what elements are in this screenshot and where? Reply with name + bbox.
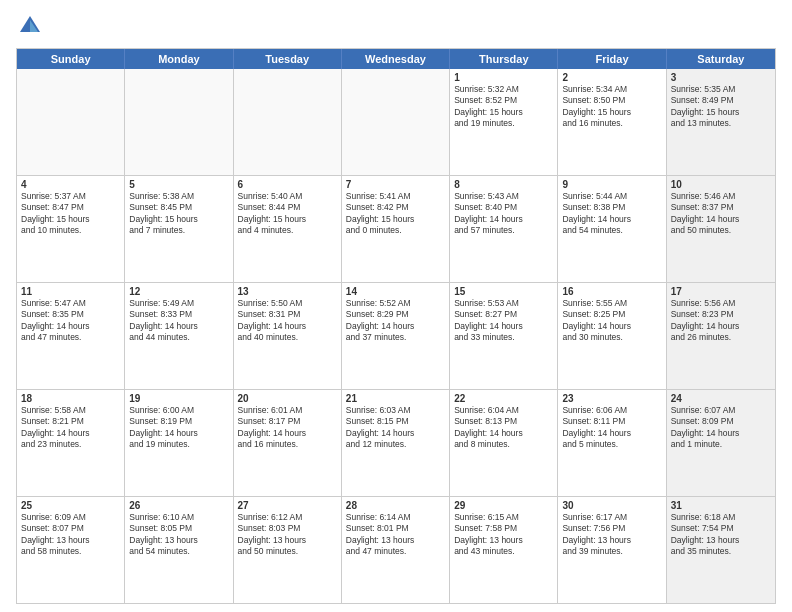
day-cell-6: 6Sunrise: 5:40 AMSunset: 8:44 PMDaylight…: [234, 176, 342, 282]
day-cell-11: 11Sunrise: 5:47 AMSunset: 8:35 PMDayligh…: [17, 283, 125, 389]
day-info: Sunrise: 6:04 AMSunset: 8:13 PMDaylight:…: [454, 405, 553, 451]
day-cell-17: 17Sunrise: 5:56 AMSunset: 8:23 PMDayligh…: [667, 283, 775, 389]
day-info: Sunrise: 5:35 AMSunset: 8:49 PMDaylight:…: [671, 84, 771, 130]
day-header-tuesday: Tuesday: [234, 49, 342, 69]
day-header-friday: Friday: [558, 49, 666, 69]
day-number: 16: [562, 286, 661, 297]
day-info: Sunrise: 6:07 AMSunset: 8:09 PMDaylight:…: [671, 405, 771, 451]
day-info: Sunrise: 6:03 AMSunset: 8:15 PMDaylight:…: [346, 405, 445, 451]
day-info: Sunrise: 5:41 AMSunset: 8:42 PMDaylight:…: [346, 191, 445, 237]
day-number: 28: [346, 500, 445, 511]
day-number: 21: [346, 393, 445, 404]
day-number: 10: [671, 179, 771, 190]
day-number: 31: [671, 500, 771, 511]
empty-cell: [17, 69, 125, 175]
day-info: Sunrise: 5:56 AMSunset: 8:23 PMDaylight:…: [671, 298, 771, 344]
day-info: Sunrise: 5:44 AMSunset: 8:38 PMDaylight:…: [562, 191, 661, 237]
day-number: 1: [454, 72, 553, 83]
day-number: 13: [238, 286, 337, 297]
day-cell-22: 22Sunrise: 6:04 AMSunset: 8:13 PMDayligh…: [450, 390, 558, 496]
day-number: 22: [454, 393, 553, 404]
day-number: 7: [346, 179, 445, 190]
day-info: Sunrise: 5:47 AMSunset: 8:35 PMDaylight:…: [21, 298, 120, 344]
day-info: Sunrise: 6:01 AMSunset: 8:17 PMDaylight:…: [238, 405, 337, 451]
page: SundayMondayTuesdayWednesdayThursdayFrid…: [0, 0, 792, 612]
day-number: 17: [671, 286, 771, 297]
day-cell-2: 2Sunrise: 5:34 AMSunset: 8:50 PMDaylight…: [558, 69, 666, 175]
day-info: Sunrise: 5:37 AMSunset: 8:47 PMDaylight:…: [21, 191, 120, 237]
day-number: 14: [346, 286, 445, 297]
day-number: 8: [454, 179, 553, 190]
day-cell-19: 19Sunrise: 6:00 AMSunset: 8:19 PMDayligh…: [125, 390, 233, 496]
calendar-row-3: 11Sunrise: 5:47 AMSunset: 8:35 PMDayligh…: [17, 283, 775, 390]
day-cell-12: 12Sunrise: 5:49 AMSunset: 8:33 PMDayligh…: [125, 283, 233, 389]
day-number: 20: [238, 393, 337, 404]
day-cell-10: 10Sunrise: 5:46 AMSunset: 8:37 PMDayligh…: [667, 176, 775, 282]
calendar-body: 1Sunrise: 5:32 AMSunset: 8:52 PMDaylight…: [17, 69, 775, 603]
day-info: Sunrise: 5:55 AMSunset: 8:25 PMDaylight:…: [562, 298, 661, 344]
day-cell-7: 7Sunrise: 5:41 AMSunset: 8:42 PMDaylight…: [342, 176, 450, 282]
day-number: 11: [21, 286, 120, 297]
day-cell-28: 28Sunrise: 6:14 AMSunset: 8:01 PMDayligh…: [342, 497, 450, 603]
day-info: Sunrise: 5:43 AMSunset: 8:40 PMDaylight:…: [454, 191, 553, 237]
day-info: Sunrise: 6:06 AMSunset: 8:11 PMDaylight:…: [562, 405, 661, 451]
empty-cell: [234, 69, 342, 175]
day-cell-26: 26Sunrise: 6:10 AMSunset: 8:05 PMDayligh…: [125, 497, 233, 603]
day-number: 24: [671, 393, 771, 404]
day-info: Sunrise: 5:38 AMSunset: 8:45 PMDaylight:…: [129, 191, 228, 237]
day-cell-16: 16Sunrise: 5:55 AMSunset: 8:25 PMDayligh…: [558, 283, 666, 389]
day-cell-8: 8Sunrise: 5:43 AMSunset: 8:40 PMDaylight…: [450, 176, 558, 282]
day-cell-15: 15Sunrise: 5:53 AMSunset: 8:27 PMDayligh…: [450, 283, 558, 389]
day-header-saturday: Saturday: [667, 49, 775, 69]
day-number: 18: [21, 393, 120, 404]
day-number: 15: [454, 286, 553, 297]
day-number: 26: [129, 500, 228, 511]
calendar-header: SundayMondayTuesdayWednesdayThursdayFrid…: [17, 49, 775, 69]
day-cell-4: 4Sunrise: 5:37 AMSunset: 8:47 PMDaylight…: [17, 176, 125, 282]
day-cell-9: 9Sunrise: 5:44 AMSunset: 8:38 PMDaylight…: [558, 176, 666, 282]
logo-icon: [16, 12, 44, 40]
calendar: SundayMondayTuesdayWednesdayThursdayFrid…: [16, 48, 776, 604]
day-info: Sunrise: 5:50 AMSunset: 8:31 PMDaylight:…: [238, 298, 337, 344]
day-number: 4: [21, 179, 120, 190]
logo: [16, 12, 48, 40]
day-info: Sunrise: 5:46 AMSunset: 8:37 PMDaylight:…: [671, 191, 771, 237]
calendar-row-4: 18Sunrise: 5:58 AMSunset: 8:21 PMDayligh…: [17, 390, 775, 497]
day-number: 9: [562, 179, 661, 190]
day-cell-27: 27Sunrise: 6:12 AMSunset: 8:03 PMDayligh…: [234, 497, 342, 603]
day-cell-13: 13Sunrise: 5:50 AMSunset: 8:31 PMDayligh…: [234, 283, 342, 389]
day-info: Sunrise: 6:12 AMSunset: 8:03 PMDaylight:…: [238, 512, 337, 558]
day-number: 12: [129, 286, 228, 297]
day-cell-5: 5Sunrise: 5:38 AMSunset: 8:45 PMDaylight…: [125, 176, 233, 282]
day-cell-25: 25Sunrise: 6:09 AMSunset: 8:07 PMDayligh…: [17, 497, 125, 603]
day-cell-3: 3Sunrise: 5:35 AMSunset: 8:49 PMDaylight…: [667, 69, 775, 175]
calendar-row-1: 1Sunrise: 5:32 AMSunset: 8:52 PMDaylight…: [17, 69, 775, 176]
empty-cell: [342, 69, 450, 175]
day-info: Sunrise: 6:14 AMSunset: 8:01 PMDaylight:…: [346, 512, 445, 558]
day-info: Sunrise: 6:00 AMSunset: 8:19 PMDaylight:…: [129, 405, 228, 451]
day-number: 5: [129, 179, 228, 190]
day-cell-14: 14Sunrise: 5:52 AMSunset: 8:29 PMDayligh…: [342, 283, 450, 389]
day-number: 6: [238, 179, 337, 190]
day-info: Sunrise: 5:32 AMSunset: 8:52 PMDaylight:…: [454, 84, 553, 130]
day-cell-29: 29Sunrise: 6:15 AMSunset: 7:58 PMDayligh…: [450, 497, 558, 603]
calendar-row-5: 25Sunrise: 6:09 AMSunset: 8:07 PMDayligh…: [17, 497, 775, 603]
day-cell-30: 30Sunrise: 6:17 AMSunset: 7:56 PMDayligh…: [558, 497, 666, 603]
day-number: 27: [238, 500, 337, 511]
day-cell-23: 23Sunrise: 6:06 AMSunset: 8:11 PMDayligh…: [558, 390, 666, 496]
day-number: 3: [671, 72, 771, 83]
day-header-thursday: Thursday: [450, 49, 558, 69]
day-info: Sunrise: 5:34 AMSunset: 8:50 PMDaylight:…: [562, 84, 661, 130]
day-info: Sunrise: 6:09 AMSunset: 8:07 PMDaylight:…: [21, 512, 120, 558]
empty-cell: [125, 69, 233, 175]
day-cell-21: 21Sunrise: 6:03 AMSunset: 8:15 PMDayligh…: [342, 390, 450, 496]
day-number: 29: [454, 500, 553, 511]
day-number: 30: [562, 500, 661, 511]
day-cell-18: 18Sunrise: 5:58 AMSunset: 8:21 PMDayligh…: [17, 390, 125, 496]
day-info: Sunrise: 5:52 AMSunset: 8:29 PMDaylight:…: [346, 298, 445, 344]
calendar-row-2: 4Sunrise: 5:37 AMSunset: 8:47 PMDaylight…: [17, 176, 775, 283]
day-info: Sunrise: 6:10 AMSunset: 8:05 PMDaylight:…: [129, 512, 228, 558]
day-info: Sunrise: 6:18 AMSunset: 7:54 PMDaylight:…: [671, 512, 771, 558]
day-cell-24: 24Sunrise: 6:07 AMSunset: 8:09 PMDayligh…: [667, 390, 775, 496]
day-header-wednesday: Wednesday: [342, 49, 450, 69]
